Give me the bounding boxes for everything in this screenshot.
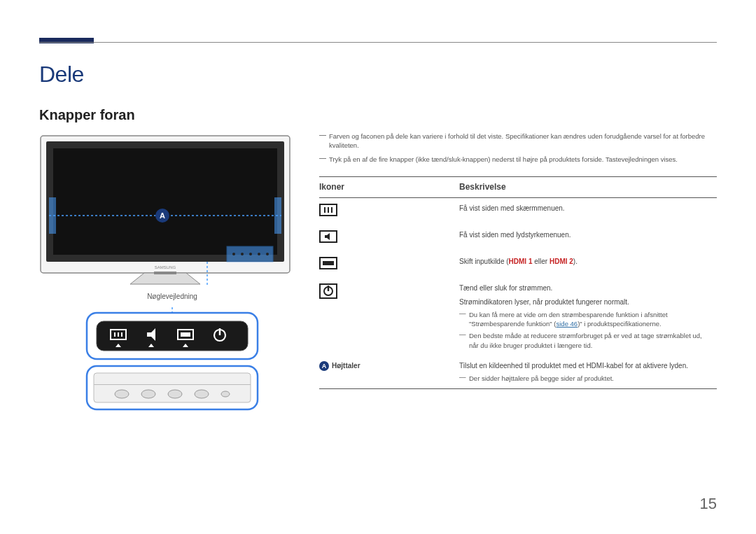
- svg-point-13: [266, 253, 269, 255]
- svg-rect-6: [274, 197, 281, 234]
- th-desc: Beskrivelse: [459, 176, 717, 197]
- svg-point-34: [141, 390, 155, 398]
- menu-desc: Få vist siden med skærmmenuen.: [459, 197, 717, 225]
- note-2: Tryk på en af de fire knapper (ikke tænd…: [319, 155, 717, 164]
- svg-rect-32: [94, 384, 251, 385]
- page-subheading: Knapper foran: [39, 107, 717, 123]
- page-top-rule: [39, 42, 717, 43]
- table-row: AHøjttaler Tilslut en kildeenhed til pro…: [319, 356, 717, 389]
- svg-point-10: [241, 253, 244, 255]
- table-row: Få vist siden med lydstyrkemenuen.: [319, 225, 717, 251]
- svg-point-36: [195, 390, 209, 398]
- menu-icon: [319, 204, 337, 219]
- badge-a-icon: A: [319, 361, 329, 371]
- table-row: Skift inputkilde (HDMI 1 eller HDMI 2).: [319, 251, 717, 278]
- description-column: Farven og faconen på dele kan variere i …: [319, 132, 717, 419]
- tv-front-diagram: SAMSUNG A: [39, 134, 291, 287]
- page-number: 15: [700, 495, 717, 513]
- diagram-caption: Nøglevejledning: [39, 293, 305, 300]
- svg-point-9: [232, 253, 235, 255]
- svg-point-35: [168, 390, 182, 398]
- svg-point-33: [115, 390, 129, 398]
- icons-table: Ikoner Beskrivelse Få vist siden med skæ…: [319, 176, 717, 389]
- diagram-column: SAMSUNG A Nøglevejledning: [39, 132, 305, 419]
- note-1: Farven og faconen på dele kan variere i …: [319, 132, 717, 150]
- speaker-label-cell: AHøjttaler: [319, 356, 459, 389]
- svg-point-37: [221, 391, 230, 397]
- speaker-desc: Tilslut en kildeenhed til produktet med …: [459, 356, 717, 389]
- table-row: Få vist siden med skærmmenuen.: [319, 197, 717, 225]
- th-icons: Ikoner: [319, 176, 459, 197]
- svg-rect-45: [323, 261, 334, 265]
- source-icon: [319, 257, 337, 272]
- power-desc: Tænd eller sluk for strømmen. Strømindik…: [459, 278, 717, 356]
- svg-rect-3: [154, 272, 176, 274]
- svg-rect-5: [49, 197, 56, 234]
- svg-rect-2: [53, 148, 277, 255]
- source-desc: Skift inputkilde (HDMI 1 eller HDMI 2).: [459, 251, 717, 278]
- brand-text: SAMSUNG: [155, 265, 176, 269]
- svg-point-11: [249, 253, 252, 255]
- page-heading: Dele: [39, 62, 717, 87]
- svg-point-12: [258, 253, 260, 255]
- svg-rect-26: [181, 332, 190, 337]
- badge-a-text: A: [160, 211, 165, 220]
- volume-icon: [319, 230, 337, 246]
- page-link[interactable]: side 46: [556, 320, 578, 328]
- power-icon: [319, 283, 337, 302]
- volume-desc: Få vist siden med lydstyrkemenuen.: [459, 225, 717, 251]
- svg-marker-43: [325, 233, 330, 240]
- button-panel-callout: [81, 307, 263, 419]
- table-row: Tænd eller sluk for strømmen. Strømindik…: [319, 278, 717, 356]
